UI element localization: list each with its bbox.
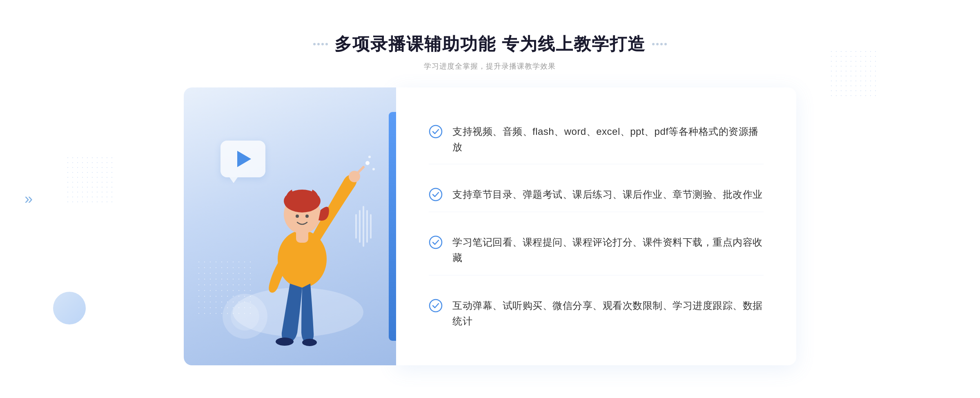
- feature-text-4: 互动弹幕、试听购买、微信分享、观看次数限制、学习进度跟踪、数据统计: [452, 298, 764, 329]
- feature-item-2: 支持章节目录、弹题考试、课后练习、课后作业、章节测验、批改作业: [429, 178, 764, 212]
- page-subtitle: 学习进度全掌握，提升录播课教学效果: [313, 61, 667, 71]
- check-icon-2: [429, 188, 443, 201]
- feature-text-2: 支持章节目录、弹题考试、课后练习、课后作业、章节测验、批改作业: [452, 187, 763, 202]
- decorative-dots-right: [829, 49, 878, 98]
- svg-point-15: [231, 302, 259, 331]
- svg-point-3: [302, 339, 317, 346]
- svg-line-10: [357, 167, 363, 173]
- svg-point-11: [365, 161, 370, 165]
- svg-point-16: [430, 125, 442, 138]
- svg-point-2: [276, 338, 294, 346]
- illustration-panel: [184, 87, 396, 365]
- svg-point-7: [296, 215, 299, 218]
- feature-item-3: 学习笔记回看、课程提问、课程评论打分、课件资料下载，重点内容收藏: [429, 226, 764, 275]
- svg-point-17: [430, 188, 442, 201]
- main-content: 支持视频、音频、flash、word、excel、ppt、pdf等各种格式的资源…: [184, 87, 796, 365]
- svg-point-19: [430, 300, 442, 312]
- person-illustration: [184, 87, 396, 365]
- page-header: 多项录播课辅助功能 专为线上教学打造 学习进度全掌握，提升录播课教学效果: [313, 33, 667, 71]
- svg-point-8: [305, 215, 309, 218]
- check-icon-4: [429, 299, 443, 313]
- feature-item-1: 支持视频、音频、flash、word、excel、ppt、pdf等各种格式的资源…: [429, 115, 764, 165]
- feature-text-1: 支持视频、音频、flash、word、excel、ppt、pdf等各种格式的资源…: [452, 124, 764, 155]
- header-dots-right: [652, 43, 667, 45]
- page-title: 多项录播课辅助功能 专为线上教学打造: [334, 33, 646, 56]
- decorative-circle-1: [53, 292, 86, 324]
- decorative-arrow-left: »: [24, 190, 33, 208]
- check-icon-3: [429, 235, 443, 249]
- feature-text-3: 学习笔记回看、课程提问、课程评论打分、课件资料下载，重点内容收藏: [452, 235, 764, 266]
- svg-point-13: [368, 156, 371, 158]
- decorative-dots-left: [65, 155, 114, 204]
- header-dots-left: [313, 43, 328, 45]
- features-panel: 支持视频、音频、flash、word、excel、ppt、pdf等各种格式的资源…: [396, 87, 796, 365]
- feature-item-4: 互动弹幕、试听购买、微信分享、观看次数限制、学习进度跟踪、数据统计: [429, 289, 764, 338]
- svg-point-12: [372, 168, 375, 170]
- check-icon-1: [429, 125, 443, 139]
- svg-point-18: [430, 236, 442, 248]
